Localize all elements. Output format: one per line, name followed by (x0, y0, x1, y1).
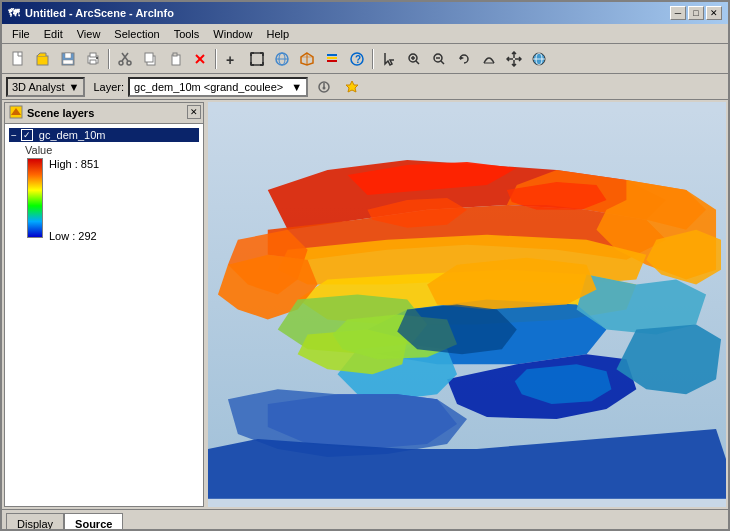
separator2 (215, 49, 217, 69)
menu-item-selection[interactable]: Selection (108, 26, 165, 42)
value-label: Value (25, 144, 199, 156)
separator3 (372, 49, 374, 69)
zoom-out-button[interactable] (427, 48, 451, 70)
svg-marker-47 (460, 56, 464, 60)
bottom-tabs: Display Source (2, 509, 728, 531)
layer-name: gc_dem_10m (39, 129, 106, 141)
terrain-visualization (208, 102, 726, 507)
menu-item-help[interactable]: Help (260, 26, 295, 42)
minus-icon: − (11, 130, 17, 141)
svg-rect-36 (327, 57, 337, 59)
svg-rect-14 (145, 53, 153, 62)
tilt-button[interactable] (477, 48, 501, 70)
window-title: Untitled - ArcScene - ArcInfo (25, 7, 174, 19)
panel-header: Scene layers (5, 103, 203, 124)
svg-point-11 (119, 61, 123, 65)
svg-rect-4 (63, 60, 73, 64)
layer-button[interactable] (320, 48, 344, 70)
source-tab-label: Source (75, 518, 112, 530)
svg-point-54 (323, 86, 326, 89)
svg-marker-55 (346, 81, 358, 92)
svg-rect-35 (327, 60, 337, 62)
layer-symbology-button[interactable] (312, 76, 336, 98)
svg-rect-6 (90, 53, 96, 57)
menu-item-view[interactable]: View (71, 26, 107, 42)
layer-dropdown-value: gc_dem_10m <grand_coulee> (134, 81, 283, 93)
layer-effects-button[interactable] (340, 76, 364, 98)
svg-point-12 (127, 61, 131, 65)
svg-rect-37 (327, 54, 337, 56)
title-bar: 🗺 Untitled - ArcScene - ArcInfo ─ □ ✕ (2, 2, 728, 24)
title-bar-controls[interactable]: ─ □ ✕ (670, 6, 722, 20)
menu-item-edit[interactable]: Edit (38, 26, 69, 42)
svg-rect-1 (37, 56, 48, 65)
panel-title: Scene layers (27, 107, 94, 119)
cut-button[interactable] (113, 48, 137, 70)
globe-button[interactable] (270, 48, 294, 70)
svg-rect-20 (251, 53, 263, 65)
toolbar1: + ? (2, 44, 728, 74)
menu-item-tools[interactable]: Tools (168, 26, 206, 42)
panel-close-button[interactable]: ✕ (187, 105, 201, 119)
fullextent-button[interactable] (527, 48, 551, 70)
zoom-full-button[interactable] (245, 48, 269, 70)
maximize-button[interactable]: □ (688, 6, 704, 20)
display-tab-label: Display (17, 518, 53, 530)
3d-button[interactable] (295, 48, 319, 70)
title-bar-left: 🗺 Untitled - ArcScene - ArcInfo (8, 7, 174, 19)
delete-button[interactable] (188, 48, 212, 70)
layer-checkbox[interactable]: ✓ (21, 129, 33, 141)
close-button[interactable]: ✕ (706, 6, 722, 20)
main-content: Scene layers ✕ − ✓ gc_dem_10m Value High… (2, 100, 728, 509)
analyst-label: 3D Analyst (12, 81, 65, 93)
identify-button[interactable]: ? (345, 48, 369, 70)
scene-icon (9, 105, 23, 121)
svg-rect-3 (65, 53, 71, 58)
zoom-in-button[interactable] (402, 48, 426, 70)
layer-tree: − ✓ gc_dem_10m Value High : 851 Low : 29… (5, 124, 203, 506)
minimize-button[interactable]: ─ (670, 6, 686, 20)
high-label: High : 851 (49, 158, 99, 170)
print-button[interactable] (81, 48, 105, 70)
svg-text:?: ? (355, 54, 361, 65)
toolbar2: 3D Analyst ▼ Layer: gc_dem_10m <grand_co… (2, 74, 728, 100)
menu-item-window[interactable]: Window (207, 26, 258, 42)
layer-dropdown[interactable]: gc_dem_10m <grand_coulee> ▼ (128, 77, 308, 97)
map-view[interactable] (208, 102, 726, 507)
svg-line-45 (441, 61, 444, 64)
legend-row: High : 851 Low : 292 (25, 158, 199, 242)
add-data-button[interactable]: + (220, 48, 244, 70)
app-icon: 🗺 (8, 7, 19, 19)
menu-bar: FileEditViewSelectionToolsWindowHelp (2, 24, 728, 44)
source-tab[interactable]: Source (64, 513, 123, 531)
svg-rect-16 (173, 53, 177, 56)
legend-gradient (27, 158, 43, 238)
select-button[interactable] (377, 48, 401, 70)
save-button[interactable] (56, 48, 80, 70)
layer-dropdown-arrow-icon: ▼ (291, 81, 302, 93)
open-button[interactable] (31, 48, 55, 70)
legend-labels: High : 851 Low : 292 (49, 158, 99, 242)
display-tab[interactable]: Display (6, 513, 64, 531)
analyst-dropdown[interactable]: 3D Analyst ▼ (6, 77, 85, 97)
layer-row[interactable]: − ✓ gc_dem_10m (9, 128, 199, 142)
svg-point-8 (96, 57, 98, 59)
separator1 (108, 49, 110, 69)
svg-line-41 (416, 61, 419, 64)
menu-item-file[interactable]: File (6, 26, 36, 42)
svg-text:+: + (226, 52, 234, 67)
low-label: Low : 292 (49, 230, 99, 242)
dropdown-arrow-icon: ▼ (69, 81, 80, 93)
new-button[interactable] (6, 48, 30, 70)
layer-label: Layer: (93, 81, 124, 93)
legend-section: Value High : 851 Low : 292 (25, 144, 199, 242)
svg-rect-7 (90, 60, 96, 64)
paste-button[interactable] (163, 48, 187, 70)
svg-marker-83 (397, 305, 517, 355)
pan-button[interactable] (502, 48, 526, 70)
copy-button[interactable] (138, 48, 162, 70)
left-panel: Scene layers ✕ − ✓ gc_dem_10m Value High… (4, 102, 204, 507)
rotate-button[interactable] (452, 48, 476, 70)
